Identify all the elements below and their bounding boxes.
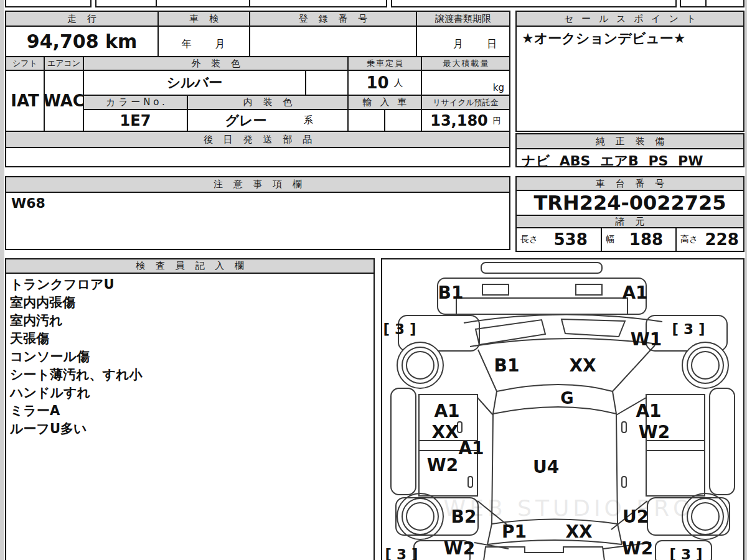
interior-color-name: グレー [188, 111, 304, 130]
exterior-color-header: 外 装 色 [83, 56, 349, 71]
recycle-fee-unit: 円 [493, 115, 501, 126]
shaken-value: 年 月 [157, 26, 250, 57]
interior-color-suffix: 系 [304, 114, 347, 126]
inspector-line: シート薄汚れ、すれ小 [10, 366, 374, 384]
damage-code: [ 3 ] [383, 321, 416, 337]
equipment-header: 純 正 装 備 [515, 133, 745, 149]
damage-code: G [560, 389, 573, 408]
transfer-docs-value: 月 日 [416, 26, 510, 57]
inspector-line: 室内内張傷 [10, 294, 374, 312]
inspector-line: 天張傷 [10, 330, 374, 348]
damage-code: A1 [434, 401, 459, 421]
later-parts-header: 後 日 発 送 部 品 [5, 131, 510, 148]
page-left-edge [0, 0, 4, 560]
capacity-value: 10 人 [347, 70, 422, 96]
top-partial-cell [156, 0, 250, 7]
aircon-header: エアコン [44, 56, 84, 71]
shaken-header: 車 検 [157, 11, 250, 27]
import-value-cell [384, 109, 422, 132]
auction-sheet: { "colors": { "header_bg": "#d6d6d6", "b… [0, 0, 747, 560]
inspector-line: ミラーA [10, 402, 374, 420]
spec-width-value: 188 [621, 230, 672, 249]
damage-code: A1 [622, 282, 647, 303]
chassis-no-value: TRH224-0022725 [515, 190, 745, 216]
front-top-strip [481, 263, 602, 273]
damage-code: XX [431, 422, 459, 442]
rear-bumper [484, 547, 604, 560]
damage-code: A1 [636, 401, 661, 421]
windshield-top [497, 385, 613, 391]
cab-side-right [613, 345, 655, 391]
spec-length-value: 538 [544, 230, 597, 249]
shift-header: シフト [5, 56, 45, 71]
spec-height: 高さ 228 [675, 227, 745, 252]
inspector-line: コンソール傷 [10, 348, 374, 366]
damage-code: U4 [533, 457, 559, 477]
cowl-arc-bottom [470, 338, 658, 347]
windshield-bottom [493, 407, 616, 414]
recycle-fee-number: 13,180 [430, 112, 488, 129]
color-no-header: カ ラ ー N o . [83, 95, 188, 110]
damage-code: B1 [494, 355, 520, 376]
damage-code: B1 [438, 282, 464, 303]
inspector-line: トランクフロアU [10, 276, 374, 294]
damage-code: W1 [631, 329, 662, 350]
spec-height-label: 高さ [680, 234, 698, 245]
import-header: 輸 入 車 [347, 95, 422, 110]
damage-code: W2 [622, 538, 653, 559]
damage-code: A1 [458, 438, 484, 459]
spec-header: 諸 元 [515, 215, 745, 228]
interior-color-value: グレー 系 [187, 109, 349, 132]
spec-length-label: 長さ [520, 234, 538, 245]
spec-height-value: 228 [704, 230, 740, 249]
chassis-no-header: 車 台 番 号 [515, 176, 745, 191]
headlight-left [482, 284, 509, 295]
recycle-fee-value: 13,180 円 [421, 109, 510, 132]
exterior-color-value: シルバー [83, 70, 306, 96]
damage-code: P1 [502, 521, 527, 542]
wiper-right [561, 319, 625, 337]
capacity-header: 乗車定員 [347, 56, 422, 71]
damage-code: XX [569, 355, 596, 376]
door-handle [468, 477, 472, 487]
color-no-value: 1E7 [83, 109, 188, 132]
transfer-docs-header: 譲渡書類期限 [416, 11, 510, 27]
front-bumper [438, 278, 646, 314]
spec-width-label: 幅 [606, 234, 614, 245]
registration-value [249, 26, 417, 57]
spec-width: 幅 188 [601, 227, 677, 252]
registration-header: 登 録 番 号 [249, 11, 417, 27]
damage-code: [ 3 ] [672, 321, 705, 337]
damage-code: W2 [427, 455, 458, 475]
maxload-header: 最大積載量 [421, 56, 510, 71]
sill-left [391, 388, 416, 495]
damage-code: [ 3 ] [385, 546, 418, 560]
mileage-value: 94,708 km [5, 26, 159, 57]
sales-point-value: ★オークションデビュー★ [515, 26, 745, 132]
front-bumper-step [456, 298, 627, 314]
caution-header: 注 意 事 項 欄 [5, 176, 510, 193]
top-partial-cell [249, 0, 387, 7]
damage-code: W2 [639, 422, 670, 442]
damage-diagram: WEB STUDIO PRO B1A1[ 3 ]W1[ 3 ]B1XXGA1XX… [381, 258, 745, 560]
later-parts-value [5, 147, 510, 167]
damage-code: XX [565, 521, 593, 542]
headlight-right [576, 284, 602, 295]
mileage-header: 走 行 [5, 11, 159, 27]
inspector-line: ルーフU多い [10, 420, 374, 438]
capacity-number: 10 [366, 73, 388, 92]
car-top-view-svg: WEB STUDIO PRO B1A1[ 3 ]W1[ 3 ]B1XXGA1XX… [382, 259, 743, 560]
top-partial-cell [680, 0, 707, 7]
exterior-color-spare-cell [305, 70, 349, 96]
spec-length: 長さ 538 [515, 227, 602, 252]
damage-code: W2 [444, 538, 475, 559]
inspector-header: 検 査 員 記 入 欄 [5, 258, 375, 274]
door-handle [622, 477, 626, 487]
shift-value: IAT [5, 70, 45, 132]
maxload-value: kg [421, 70, 510, 96]
door-handle [622, 422, 626, 432]
top-partial-cell [391, 0, 677, 7]
inspector-lines: トランクフロアU室内内張傷室内汚れ天張傷コンソール傷シート薄汚れ、すれ小ハンドル… [5, 273, 375, 560]
aircon-value: WAC [44, 70, 84, 132]
damage-code: [ 3 ] [669, 546, 702, 560]
